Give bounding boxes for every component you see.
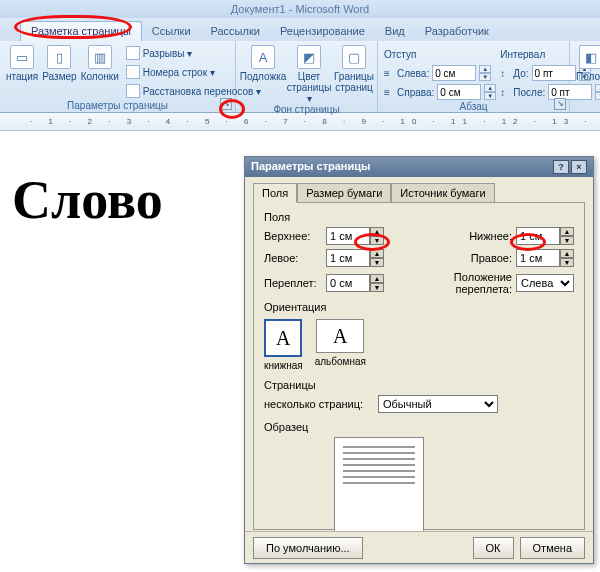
tab-links[interactable]: Ссылки [142, 22, 201, 41]
orientation-portrait[interactable]: Aкнижная [264, 319, 303, 371]
horizontal-ruler[interactable]: · 1 · 2 · 3 · 4 · 5 · 6 · 7 · 8 · 9 · 10… [0, 113, 600, 131]
tab-paper[interactable]: Размер бумаги [297, 183, 391, 203]
spinner[interactable]: ▲▼ [370, 227, 384, 245]
preview-thumbnail [334, 437, 424, 537]
multiple-pages-select[interactable]: Обычный [378, 395, 498, 413]
page-setup-dialog: Параметры страницы ? × Поля Размер бумаг… [244, 156, 594, 564]
spacing-heading: Интервал [500, 49, 545, 60]
group-page-background: AПодложка ◩Цвет страницы ▾ ▢Границы стра… [236, 41, 378, 112]
tab-page-layout[interactable]: Разметка страницы [20, 21, 142, 41]
ribbon: ▭нтация ▯Размер ▥Колонки Разрывы ▾ Номер… [0, 41, 600, 113]
hyphenation-icon [126, 84, 140, 98]
spinner[interactable]: ▲▼ [479, 65, 491, 81]
margin-left-input[interactable] [326, 249, 370, 267]
dialog-tabs: Поля Размер бумаги Источник бумаги [245, 177, 593, 203]
position-button[interactable]: ◧Полож [576, 43, 600, 112]
help-button[interactable]: ? [553, 160, 569, 174]
group-label: Параметры страницы [6, 100, 229, 112]
ribbon-tabs: Разметка страницы Ссылки Рассылки Реценз… [0, 18, 600, 41]
tab-view[interactable]: Вид [375, 22, 415, 41]
spinner[interactable]: ▲▼ [484, 84, 496, 100]
page-borders-button[interactable]: ▢Границы страниц [334, 43, 374, 104]
tab-margins[interactable]: Поля [253, 183, 297, 203]
columns-button[interactable]: ▥Колонки [81, 43, 119, 100]
paragraph-launcher[interactable]: ↘ [554, 98, 566, 110]
orientation-icon: ▭ [10, 45, 34, 69]
orientation-landscape[interactable]: Aальбомная [315, 319, 366, 371]
page-color-icon: ◩ [297, 45, 321, 69]
indent-right-icon: ≡ [384, 87, 394, 98]
spacing-before-icon: ↕ [500, 68, 510, 79]
sample-label: Образец [264, 421, 574, 433]
orientation-label: Ориентация [264, 301, 574, 313]
spinner[interactable]: ▲▼ [370, 249, 384, 267]
portrait-icon: A [264, 319, 302, 357]
default-button[interactable]: По умолчанию... [253, 537, 363, 559]
group-paragraph: Отступ ≡Слева:▲▼ ≡Справа:▲▼ Интервал ↕До… [378, 41, 570, 112]
size-button[interactable]: ▯Размер [42, 43, 76, 100]
tab-developer[interactable]: Разработчик [415, 22, 499, 41]
spinner[interactable]: ▲▼ [560, 249, 574, 267]
group-label: Фон страницы [242, 104, 371, 115]
dialog-footer: По умолчанию... ОК Отмена [245, 531, 593, 563]
dialog-titlebar[interactable]: Параметры страницы ? × [245, 157, 593, 177]
margin-bottom-input[interactable] [516, 227, 560, 245]
margin-top-input[interactable] [326, 227, 370, 245]
margins-label: Поля [264, 211, 574, 223]
indent-right-input[interactable] [437, 84, 481, 100]
breaks-icon [126, 46, 140, 60]
page-borders-icon: ▢ [342, 45, 366, 69]
spacing-after-icon: ↕ [500, 87, 510, 98]
tab-mailings[interactable]: Рассылки [201, 22, 270, 41]
ok-button[interactable]: ОК [473, 537, 514, 559]
watermark-icon: A [251, 45, 275, 69]
size-icon: ▯ [47, 45, 71, 69]
tab-review[interactable]: Рецензирование [270, 22, 375, 41]
spinner[interactable]: ▲▼ [370, 274, 384, 292]
page-color-button[interactable]: ◩Цвет страницы ▾ [288, 43, 330, 104]
indent-heading: Отступ [384, 49, 416, 60]
dialog-panel: Поля Верхнее:▲▼ Нижнее:▲▼ Левое:▲▼ Право… [253, 202, 585, 530]
columns-icon: ▥ [88, 45, 112, 69]
position-icon: ◧ [579, 45, 600, 69]
document-text: Слово [12, 169, 163, 231]
dialog-title: Параметры страницы [251, 160, 370, 174]
margin-right-input[interactable] [516, 249, 560, 267]
cancel-button[interactable]: Отмена [520, 537, 585, 559]
spinner[interactable]: ▲▼ [560, 227, 574, 245]
indent-left-input[interactable] [432, 65, 476, 81]
close-button[interactable]: × [571, 160, 587, 174]
line-numbers-icon [126, 65, 140, 79]
tab-source[interactable]: Источник бумаги [391, 183, 494, 203]
gutter-input[interactable] [326, 274, 370, 292]
group-arrange: ◧Полож [570, 41, 600, 112]
gutter-position-select[interactable]: Слева [516, 274, 574, 292]
group-label: Абзац [384, 101, 563, 112]
pages-label: Страницы [264, 379, 574, 391]
landscape-icon: A [316, 319, 364, 353]
group-page-setup: ▭нтация ▯Размер ▥Колонки Разрывы ▾ Номер… [0, 41, 236, 112]
orientation-button[interactable]: ▭нтация [6, 43, 38, 100]
spacing-before-input[interactable] [532, 65, 576, 81]
title-bar: Документ1 - Microsoft Word [0, 0, 600, 18]
watermark-button[interactable]: AПодложка [242, 43, 284, 104]
page-setup-launcher[interactable]: ↘ [220, 98, 232, 110]
indent-left-icon: ≡ [384, 68, 394, 79]
